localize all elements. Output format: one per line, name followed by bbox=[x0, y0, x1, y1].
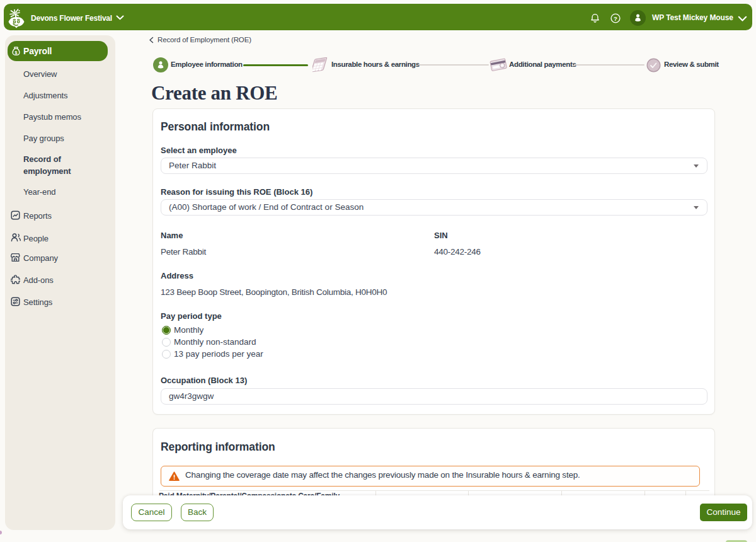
svg-text:?: ? bbox=[614, 15, 617, 22]
svg-text:$: $ bbox=[15, 50, 18, 55]
